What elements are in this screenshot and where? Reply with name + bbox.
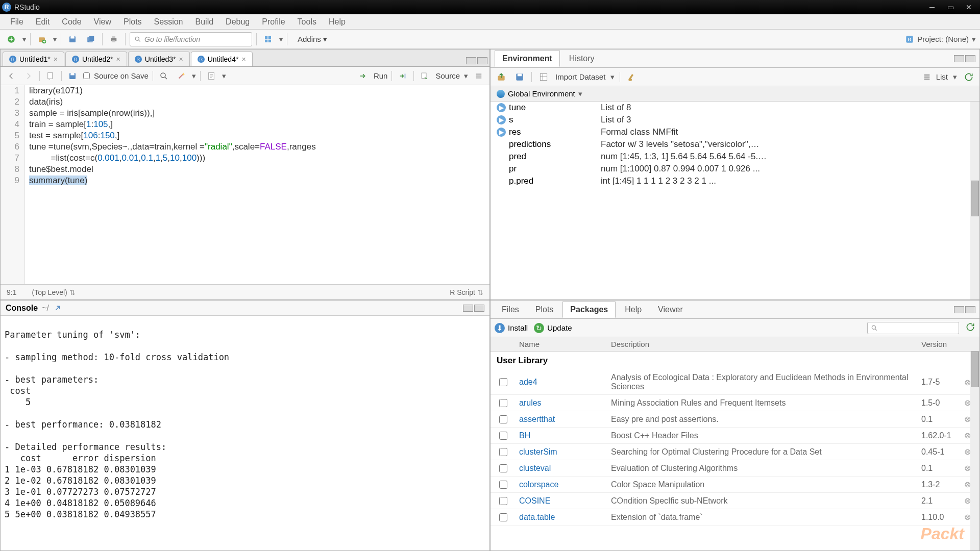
- tab-help[interactable]: Help: [618, 302, 649, 317]
- workspace-panes-button[interactable]: [261, 32, 275, 46]
- pane-maximize-button[interactable]: [965, 306, 975, 313]
- file-type-indicator[interactable]: R Script: [450, 288, 475, 296]
- package-load-checkbox[interactable]: [499, 399, 507, 407]
- package-name-link[interactable]: COSINE: [516, 496, 608, 506]
- package-load-checkbox[interactable]: [499, 497, 507, 505]
- close-tab-icon[interactable]: ×: [179, 55, 183, 63]
- source-button[interactable]: Source: [435, 71, 460, 80]
- scrollbar-thumb[interactable]: [971, 352, 979, 387]
- save-button[interactable]: [65, 32, 80, 46]
- back-button[interactable]: [5, 69, 18, 83]
- menu-session[interactable]: Session: [148, 15, 189, 29]
- pane-maximize-button[interactable]: [474, 305, 484, 312]
- editor-tab[interactable]: RUntitled2*×: [65, 52, 127, 66]
- close-button[interactable]: ✕: [960, 1, 978, 13]
- clear-workspace-button[interactable]: [625, 70, 639, 84]
- install-packages-button[interactable]: ⬇Install: [495, 323, 528, 333]
- save-file-button[interactable]: [66, 69, 79, 83]
- minimize-button[interactable]: ─: [923, 1, 941, 13]
- menu-build[interactable]: Build: [189, 15, 220, 29]
- import-dataset-button[interactable]: Import Dataset: [555, 72, 605, 81]
- outline-button[interactable]: [472, 69, 485, 83]
- env-variable-row[interactable]: ▶resFormal class NMFfit: [491, 126, 979, 138]
- package-load-checkbox[interactable]: [499, 432, 507, 440]
- tab-packages[interactable]: Packages: [562, 302, 616, 318]
- close-tab-icon[interactable]: ×: [54, 55, 58, 63]
- menu-profile[interactable]: Profile: [256, 15, 291, 29]
- close-tab-icon[interactable]: ×: [241, 55, 246, 63]
- package-name-link[interactable]: clusterSim: [516, 447, 608, 457]
- pane-minimize-button[interactable]: [954, 55, 964, 62]
- tab-environment[interactable]: Environment: [495, 51, 560, 67]
- pane-minimize-button[interactable]: [463, 305, 473, 312]
- env-variable-row[interactable]: prednum [1:45, 1:3, 1] 5.64 5.64 5.64 5.…: [491, 151, 979, 163]
- console-popout-icon[interactable]: [53, 304, 62, 313]
- menu-view[interactable]: View: [88, 15, 117, 29]
- package-name-link[interactable]: data.table: [516, 513, 608, 522]
- package-name-link[interactable]: colorspace: [516, 480, 608, 489]
- env-variable-row[interactable]: ▶tuneList of 8: [491, 102, 979, 114]
- save-all-button[interactable]: [84, 32, 98, 46]
- package-load-checkbox[interactable]: [499, 464, 507, 472]
- package-name-link[interactable]: BH: [516, 431, 608, 440]
- editor-tab[interactable]: RUntitled1*×: [3, 52, 64, 66]
- refresh-packages-button[interactable]: [965, 322, 975, 334]
- env-variable-row[interactable]: ▶sList of 3: [491, 114, 979, 126]
- scope-indicator[interactable]: (Top Level): [32, 288, 67, 296]
- package-load-checkbox[interactable]: [499, 415, 507, 423]
- package-load-checkbox[interactable]: [499, 378, 507, 386]
- pane-maximize-button[interactable]: [477, 57, 487, 64]
- project-menu[interactable]: Project: (None): [917, 35, 969, 43]
- print-button[interactable]: [107, 32, 121, 46]
- package-name-link[interactable]: assertthat: [516, 415, 608, 424]
- load-workspace-button[interactable]: [495, 70, 508, 84]
- menu-tools[interactable]: Tools: [291, 15, 323, 29]
- code-editor[interactable]: 123456789 library(e1071)data(iris)sample…: [1, 85, 489, 284]
- env-variable-row[interactable]: p.predint [1:45] 1 1 1 1 2 3 2 3 2 1 ...: [491, 175, 979, 187]
- close-tab-icon[interactable]: ×: [116, 55, 120, 63]
- rerun-button[interactable]: [396, 69, 409, 83]
- new-file-button[interactable]: [4, 32, 18, 46]
- editor-tab[interactable]: RUntitled4*×: [191, 52, 253, 66]
- env-variable-row[interactable]: predictionsFactor w/ 3 levels "setosa","…: [491, 138, 979, 151]
- list-view-button[interactable]: List: [936, 72, 948, 81]
- expand-icon[interactable]: ▶: [497, 103, 506, 112]
- pane-maximize-button[interactable]: [965, 55, 975, 62]
- goto-file-input[interactable]: Go to file/function: [130, 32, 252, 46]
- show-file-button[interactable]: [44, 69, 57, 83]
- tab-history[interactable]: History: [562, 51, 602, 66]
- expand-icon[interactable]: ▶: [497, 128, 506, 137]
- package-name-link[interactable]: ade4: [516, 378, 608, 387]
- update-packages-button[interactable]: ↻Update: [534, 323, 572, 333]
- pane-minimize-button[interactable]: [954, 306, 964, 313]
- save-workspace-button[interactable]: [513, 70, 526, 84]
- package-name-link[interactable]: arules: [516, 398, 608, 408]
- editor-tab[interactable]: RUntitled3*×: [128, 52, 190, 66]
- tab-plots[interactable]: Plots: [528, 302, 561, 317]
- expand-icon[interactable]: ▶: [497, 115, 506, 124]
- menu-edit[interactable]: Edit: [30, 15, 56, 29]
- environment-scope[interactable]: Global Environment: [508, 89, 575, 98]
- menu-debug[interactable]: Debug: [219, 15, 256, 29]
- package-load-checkbox[interactable]: [499, 481, 507, 489]
- scrollbar-thumb[interactable]: [971, 181, 979, 216]
- addins-menu[interactable]: Addins ▾: [291, 33, 333, 46]
- package-name-link[interactable]: clusteval: [516, 464, 608, 473]
- menu-help[interactable]: Help: [323, 15, 352, 29]
- source-on-save-checkbox[interactable]: [83, 72, 90, 79]
- forward-button[interactable]: [22, 69, 35, 83]
- find-button[interactable]: [157, 69, 170, 83]
- package-search-input[interactable]: [867, 322, 959, 334]
- pane-minimize-button[interactable]: [466, 57, 476, 64]
- maximize-button[interactable]: ▭: [941, 1, 960, 13]
- env-variable-row[interactable]: prnum [1:1000] 0.87 0.994 0.007 1 0.926 …: [491, 163, 979, 175]
- package-load-checkbox[interactable]: [499, 513, 507, 521]
- menu-file[interactable]: File: [4, 15, 30, 29]
- new-project-button[interactable]: [35, 32, 49, 46]
- tab-files[interactable]: Files: [495, 302, 526, 317]
- refresh-button[interactable]: [962, 70, 975, 84]
- compile-report-button[interactable]: [205, 69, 218, 83]
- menu-plots[interactable]: Plots: [117, 15, 148, 29]
- wand-button[interactable]: [175, 69, 188, 83]
- run-button[interactable]: Run: [374, 71, 388, 80]
